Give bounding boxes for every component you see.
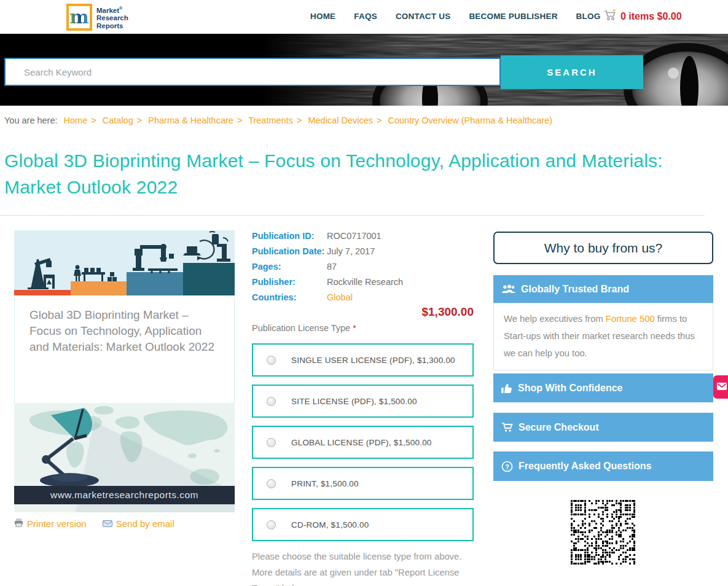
search-input[interactable]: [4, 58, 501, 86]
nav-home[interactable]: HOME: [310, 12, 335, 21]
radio-button[interactable]: [267, 438, 276, 447]
printer-icon: [14, 518, 23, 529]
report-price: $1,300.00: [252, 305, 474, 319]
detail-row-publication-date: Publication Date:July 7, 2017: [252, 246, 474, 262]
site-logo[interactable]: m Market® Research Reports: [66, 4, 128, 31]
license-option-cdrom[interactable]: CD-ROM, $1,500.00: [252, 508, 474, 541]
globally-trusted-banner: Globally Trusted Brand: [493, 275, 713, 303]
breadcrumb-medical-devices[interactable]: Medical Devices: [308, 115, 373, 125]
nav-faqs[interactable]: FAQS: [354, 12, 377, 21]
radio-button[interactable]: [267, 397, 276, 406]
industry-evolution-illustration: [14, 230, 235, 295]
radio-button[interactable]: [267, 356, 276, 365]
shop-with-confidence-banner: Shop With Confidence: [493, 373, 713, 402]
license-option-site[interactable]: SITE LICENSE (PDF), $1,500.00: [252, 385, 474, 418]
breadcrumb-catalog[interactable]: Catalog: [103, 115, 133, 125]
detail-row-publication-id: Publication ID:ROC0717001: [252, 231, 474, 246]
publication-details: Publication ID:ROC0717001 Publication Da…: [252, 231, 474, 308]
cover-title: Global 3D Bioprinting Market – Focus on …: [29, 308, 214, 353]
radio-button[interactable]: [267, 479, 276, 488]
license-note: Please choose the suitable license type …: [252, 549, 479, 586]
cart-white-icon: [501, 422, 513, 432]
cover-title-panel: Global 3D Bioprinting Market – Focus on …: [14, 298, 235, 403]
main-navigation: HOME FAQS CONTACT US BECOME PUBLISHER BL…: [310, 12, 600, 21]
logo-m-icon: m: [66, 4, 92, 31]
search-button[interactable]: SEARCH: [501, 55, 643, 89]
nav-contact-us[interactable]: CONTACT US: [396, 12, 451, 21]
question-circle-icon: ?: [501, 461, 513, 472]
breadcrumb-home[interactable]: Home: [64, 115, 88, 125]
cart-total: 0 items $0.00: [620, 11, 682, 22]
detail-row-pages: Pages:87: [252, 262, 474, 277]
cover-website-url: www.marketresearchreports.com: [50, 490, 198, 500]
send-by-email-link[interactable]: Send by email: [103, 518, 174, 529]
breadcrumb-country-overview[interactable]: Country Overview (Pharma & Healthcare): [388, 115, 553, 125]
printer-version-link[interactable]: Printer version: [14, 518, 87, 529]
fortune-500-link[interactable]: Fortune 500: [606, 314, 655, 324]
report-cover-image: Global 3D Bioprinting Market – Focus on …: [14, 230, 235, 510]
users-group-icon: [501, 284, 515, 294]
faq-banner: ? Frequently Asked Questions: [493, 451, 713, 481]
secure-checkout-banner: Secure Checkout: [493, 413, 713, 442]
license-option-print[interactable]: PRINT, $1,500.00: [252, 467, 474, 500]
envelope-icon: [717, 381, 727, 393]
cover-action-links: Printer version Send by email: [14, 518, 174, 529]
required-asterisk: *: [353, 323, 356, 333]
report-product-page: m Market® Research Reports HOME FAQS CON…: [0, 0, 728, 586]
cart-link[interactable]: 0 items $0.00: [604, 9, 682, 23]
email-feedback-tab[interactable]: [713, 375, 728, 399]
breadcrumb: You are here: Home> Catalog> Pharma & He…: [4, 115, 552, 125]
why-to-buy-heading: Why to buy from us?: [493, 232, 713, 264]
breadcrumb-pharma-healthcare[interactable]: Pharma & Healthcare: [148, 115, 233, 125]
breadcrumb-treatments[interactable]: Treatments: [248, 115, 293, 125]
radio-button[interactable]: [267, 520, 276, 529]
hero-search-band: SEARCH: [0, 34, 728, 106]
nav-become-publisher[interactable]: BECOME PUBLISHER: [469, 12, 557, 21]
license-option-single-user[interactable]: SINGLE USER LICENSE (PDF), $1,300.00: [252, 343, 474, 377]
top-header: m Market® Research Reports HOME FAQS CON…: [0, 0, 728, 34]
page-title: Global 3D Bioprinting Market – Focus on …: [4, 147, 699, 200]
trusted-description: We help executives from Fortune 500 firm…: [493, 303, 713, 370]
cover-map-panel: www.marketresearchreports.com: [14, 403, 235, 512]
license-option-global[interactable]: GLOBAL LICENSE (PDF), $1,500.00: [252, 426, 474, 459]
cover-website-band: www.marketresearchreports.com: [14, 486, 235, 504]
thumbs-up-icon: [501, 383, 512, 393]
detail-row-publisher: Publisher:Rockville Research: [252, 277, 474, 292]
logo-wordmark: Market® Research Reports: [96, 5, 128, 29]
license-type-label: Publication License Type *: [252, 323, 356, 333]
shopping-cart-icon: [604, 9, 617, 23]
countries-global-link[interactable]: Global: [327, 292, 353, 302]
svg-text:?: ?: [505, 463, 509, 470]
email-icon: [103, 518, 112, 529]
qr-code: [571, 500, 636, 565]
nav-blog[interactable]: BLOG: [576, 12, 601, 21]
breadcrumb-prefix: You are here:: [4, 115, 58, 125]
license-options: SINGLE USER LICENSE (PDF), $1,300.00 SIT…: [252, 343, 474, 549]
section-divider: [0, 215, 705, 216]
